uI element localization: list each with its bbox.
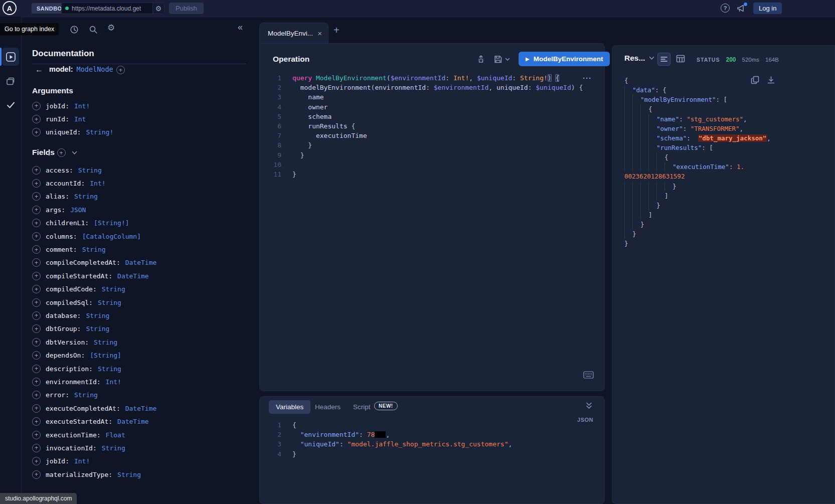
tab-headers[interactable]: Headers (315, 403, 341, 411)
doc-field-row[interactable]: +database:String (32, 309, 253, 322)
field-type-link[interactable]: String (94, 339, 117, 346)
doc-field-row[interactable]: +compiledSql:String (32, 296, 253, 309)
add-to-query-button[interactable]: + (32, 285, 41, 293)
doc-field-row[interactable]: +invocationId:String (32, 441, 253, 454)
add-to-query-button[interactable]: + (32, 417, 41, 426)
add-to-query-button[interactable]: + (32, 351, 41, 360)
operation-editor[interactable]: 1query ModelByEnvironment($environmentId… (271, 73, 583, 179)
field-type-link[interactable]: JSON (70, 206, 86, 214)
add-to-query-button[interactable]: + (32, 404, 41, 413)
add-to-query-button[interactable]: + (32, 258, 41, 267)
field-type-link[interactable]: DateTime (125, 259, 157, 266)
field-type-link[interactable]: DateTime (117, 418, 149, 425)
doc-field-row[interactable]: +materializedType:String (32, 468, 253, 481)
breadcrumb-type-link[interactable]: ModelNode (77, 65, 113, 73)
rail-item-schema[interactable] (5, 76, 16, 87)
doc-field-row[interactable]: +columns:[CatalogColumn] (32, 230, 253, 243)
field-type-link[interactable]: String (102, 285, 125, 293)
add-to-query-button[interactable]: + (32, 206, 41, 214)
login-button[interactable]: Log in (753, 3, 782, 14)
doc-field-row[interactable]: +dbtGroup:String (32, 322, 253, 335)
doc-field-row[interactable]: +environmentId:Int! (32, 375, 253, 388)
new-tab-button[interactable]: + (333, 25, 340, 35)
field-type-link[interactable]: String (82, 246, 106, 253)
add-to-query-button[interactable]: + (32, 311, 41, 320)
publish-button[interactable]: Publish (169, 3, 204, 14)
operation-menu-button[interactable]: ··· (583, 74, 592, 82)
field-type-link[interactable]: DateTime (117, 272, 149, 280)
add-to-query-button[interactable]: + (32, 115, 41, 123)
field-type-link[interactable]: String (74, 193, 98, 200)
add-to-query-button[interactable]: + (32, 470, 41, 479)
rail-item-explorer[interactable] (2, 48, 19, 66)
history-button[interactable] (70, 25, 79, 34)
doc-field-row[interactable]: +comment:String (32, 243, 253, 256)
doc-field-row[interactable]: +description:String (32, 362, 253, 375)
doc-field-row[interactable]: +executeCompletedAt:DateTime (32, 402, 253, 415)
back-button[interactable]: ← (35, 66, 43, 74)
field-type-link[interactable]: String (98, 365, 121, 373)
doc-field-row[interactable]: +compiledCode:String (32, 283, 253, 296)
tab-modelbyenvironment[interactable]: ModelByEnvi... × (259, 23, 328, 43)
variables-editor[interactable]: 1{2 "environmentId": 78,3 "uniqueId": "m… (271, 420, 512, 459)
field-type-link[interactable]: Float (106, 431, 125, 439)
endpoint-url-input[interactable]: https://metadata.cloud.get ⚙ (61, 3, 164, 14)
field-type-link[interactable]: String! (86, 128, 113, 136)
settings-button[interactable]: ⚙ (107, 24, 115, 32)
doc-field-row[interactable]: +runId:Int (32, 112, 253, 125)
add-to-query-button[interactable]: + (32, 179, 41, 188)
help-button[interactable]: ? (721, 4, 730, 13)
add-to-query-button[interactable]: + (32, 192, 41, 201)
apollo-logo-icon[interactable]: A (3, 1, 17, 15)
doc-field-row[interactable]: +uniqueId:String! (32, 126, 253, 139)
tab-variables[interactable]: Variables (269, 400, 310, 414)
add-to-query-button[interactable]: + (32, 166, 41, 175)
collapse-panel-button[interactable]: « (238, 23, 243, 32)
field-type-link[interactable]: Int! (74, 457, 90, 465)
doc-field-row[interactable]: +dependsOn:[String] (32, 349, 253, 362)
add-to-query-button[interactable]: + (32, 444, 41, 452)
add-to-query-button[interactable]: + (32, 365, 41, 373)
endpoint-settings-icon[interactable]: ⚙ (152, 3, 164, 14)
format-response-button[interactable] (657, 53, 671, 66)
add-to-query-button[interactable]: + (32, 338, 41, 347)
field-type-link[interactable]: String (117, 471, 141, 478)
doc-field-row[interactable]: +dbtVersion:String (32, 335, 253, 349)
add-to-query-button[interactable]: + (32, 431, 41, 439)
search-button[interactable] (89, 25, 98, 34)
field-type-link[interactable]: String (86, 312, 109, 319)
response-chevron-button[interactable] (649, 56, 654, 60)
field-type-link[interactable]: DateTime (125, 405, 157, 412)
field-type-link[interactable]: String (102, 444, 125, 452)
rail-item-checks[interactable] (5, 99, 16, 110)
add-to-query-button[interactable]: + (32, 219, 41, 227)
keyboard-shortcuts-button[interactable] (583, 371, 594, 379)
field-type-link[interactable]: String (78, 166, 102, 174)
doc-field-row[interactable]: +executionTime:Float (32, 428, 253, 441)
add-to-query-button[interactable]: + (32, 128, 41, 136)
close-tab-button[interactable]: × (317, 30, 322, 37)
share-button[interactable] (476, 55, 485, 64)
table-view-button[interactable] (676, 55, 685, 63)
save-button[interactable] (493, 55, 503, 64)
doc-field-row[interactable]: +compileCompletedAt:DateTime (32, 256, 253, 269)
field-type-link[interactable]: [String!] (94, 219, 129, 227)
add-all-fields-button[interactable]: + (57, 148, 66, 157)
field-type-link[interactable]: [CatalogColumn] (82, 233, 141, 240)
field-type-link[interactable]: String (74, 391, 98, 399)
add-type-button[interactable]: + (116, 66, 125, 74)
add-to-query-button[interactable]: + (32, 457, 41, 465)
field-type-link[interactable]: Int! (90, 180, 105, 187)
field-type-link[interactable]: Int! (106, 378, 121, 386)
add-to-query-button[interactable]: + (32, 324, 41, 333)
doc-field-row[interactable]: +jobId:Int! (32, 99, 253, 112)
add-to-query-button[interactable]: + (32, 298, 41, 307)
add-to-query-button[interactable]: + (32, 245, 41, 254)
doc-field-row[interactable]: +compileStartedAt:DateTime (32, 269, 253, 282)
field-type-link[interactable]: Int! (74, 102, 90, 110)
field-type-link[interactable]: [String] (90, 352, 121, 359)
field-type-link[interactable]: Int (74, 115, 86, 123)
add-to-query-button[interactable]: + (32, 272, 41, 280)
collapse-variables-button[interactable] (586, 402, 592, 409)
doc-field-row[interactable]: +childrenL1:[String!] (32, 217, 253, 230)
